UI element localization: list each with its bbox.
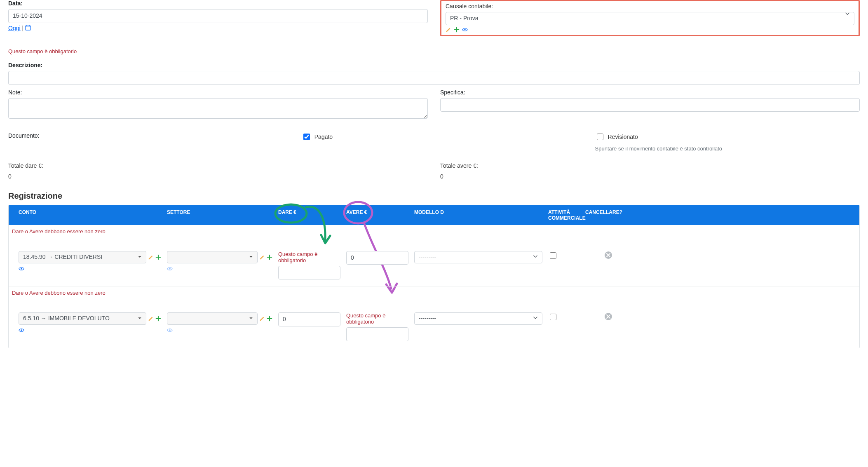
pagato-label: Pagato	[314, 134, 333, 140]
specifica-label: Specifica:	[440, 89, 860, 96]
chevron-down-icon	[533, 253, 538, 261]
caret-down-icon	[138, 253, 142, 261]
section-title: Registrazione	[8, 191, 860, 201]
revisionato-checkbox[interactable]	[597, 134, 603, 140]
caret-down-icon	[138, 314, 142, 323]
plus-icon[interactable]	[267, 254, 272, 260]
causale-select[interactable]: PR - Prova	[446, 12, 854, 25]
th-modellod: MODELLO D	[414, 209, 548, 215]
pencil-icon[interactable]	[148, 254, 154, 260]
data-label: Data:	[8, 0, 428, 7]
th-attivita: ATTIVITÀ COMMERCIALE	[548, 209, 585, 221]
tot-dare-label: Totale dare €:	[8, 162, 43, 169]
required-error: Questo campo è obbligatorio	[8, 48, 77, 54]
causale-highlight-box: Causale contabile: PR - Prova	[440, 0, 860, 36]
th-dare: DARE €	[278, 209, 346, 215]
eye-icon[interactable]	[19, 327, 24, 333]
causale-value: PR - Prova	[450, 14, 478, 23]
revisionato-help: Spuntare se il movimento contabile è sta…	[595, 145, 868, 152]
caret-down-icon	[249, 314, 253, 323]
note-label: Note:	[8, 89, 428, 96]
row-error: Dare o Avere debbono essere non zero	[9, 225, 859, 235]
tot-dare-value: 0	[8, 173, 428, 180]
table-row: 18.45.90 → CREDITI DIVERSI	[9, 235, 859, 287]
conto-select[interactable]: 18.45.90 → CREDITI DIVERSI	[19, 251, 146, 263]
note-textarea[interactable]	[8, 98, 428, 119]
caret-down-icon	[249, 253, 253, 261]
registrazione-table: CONTO SETTORE DARE € AVERE € MODELLO D A…	[8, 205, 860, 348]
revisionato-label: Revisionato	[608, 134, 638, 140]
svg-point-10	[21, 329, 22, 331]
table-row: 6.5.10 → IMMOBILE DEVOLUTO	[9, 296, 859, 348]
modellod-select[interactable]: ---------	[414, 312, 542, 325]
delete-icon[interactable]	[604, 251, 612, 259]
settore-select[interactable]	[167, 251, 258, 263]
pagato-checkbox[interactable]	[303, 134, 310, 140]
pencil-icon[interactable]	[259, 316, 265, 322]
chevron-down-icon	[533, 314, 538, 323]
pencil-icon[interactable]	[446, 27, 451, 33]
calendar-icon[interactable]	[25, 25, 31, 32]
dare-required: Questo campo è obbligatorio	[278, 251, 340, 263]
chevron-down-icon	[845, 10, 850, 19]
pencil-icon[interactable]	[148, 316, 154, 322]
eye-icon[interactable]	[462, 27, 468, 33]
settore-select[interactable]	[167, 312, 258, 325]
svg-point-8	[169, 268, 171, 270]
table-header: CONTO SETTORE DARE € AVERE € MODELLO D A…	[9, 205, 859, 225]
plus-icon[interactable]	[155, 254, 161, 260]
dare-input[interactable]	[278, 312, 340, 326]
th-settore: SETTORE	[167, 209, 278, 215]
svg-rect-0	[26, 26, 30, 30]
avere-input[interactable]	[346, 327, 408, 341]
descrizione-input[interactable]	[8, 71, 860, 85]
pencil-icon[interactable]	[259, 254, 265, 260]
svg-point-4	[464, 29, 466, 31]
attivita-checkbox[interactable]	[550, 314, 556, 320]
delete-icon[interactable]	[604, 312, 612, 321]
row-error: Dare o Avere debbono essere non zero	[9, 286, 859, 296]
th-avere: AVERE €	[346, 209, 414, 215]
specifica-input[interactable]	[440, 98, 860, 112]
plus-icon[interactable]	[454, 27, 460, 33]
tot-avere-value: 0	[440, 173, 860, 180]
avere-input[interactable]	[346, 251, 408, 265]
conto-select[interactable]: 6.5.10 → IMMOBILE DEVOLUTO	[19, 312, 146, 325]
descrizione-label: Descrizione:	[8, 62, 860, 68]
data-input[interactable]	[8, 9, 428, 23]
svg-point-7	[21, 268, 22, 270]
th-cancella: CANCELLARE?	[585, 209, 618, 215]
plus-icon[interactable]	[267, 316, 272, 322]
modellod-select[interactable]: ---------	[414, 251, 542, 263]
th-conto: CONTO	[19, 209, 167, 215]
eye-icon[interactable]	[167, 327, 173, 333]
tot-avere-label: Totale avere €:	[440, 162, 478, 169]
eye-icon[interactable]	[19, 266, 24, 272]
eye-icon[interactable]	[167, 266, 173, 272]
oggi-link[interactable]: Oggi	[8, 25, 21, 31]
causale-label: Causale contabile:	[446, 3, 854, 9]
documento-label: Documento:	[8, 132, 289, 139]
attivita-checkbox[interactable]	[550, 252, 556, 259]
avere-required: Questo campo è obbligatorio	[346, 312, 408, 325]
svg-point-11	[169, 329, 171, 331]
dare-input[interactable]	[278, 266, 340, 280]
plus-icon[interactable]	[155, 316, 161, 322]
